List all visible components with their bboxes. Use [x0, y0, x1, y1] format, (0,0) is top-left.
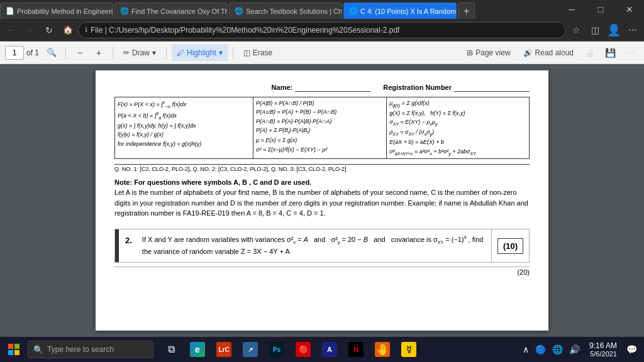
tab-1[interactable]: 📄 Probability Method in Engineeri... ✕	[0, 3, 113, 19]
pdf-header: Name: Registration Number	[114, 83, 530, 92]
blue-icon: A	[322, 342, 337, 357]
clock[interactable]: 9:16 AM 5/6/2021	[586, 340, 621, 359]
profile-btn[interactable]: 👤	[605, 21, 623, 39]
task-view-icon: ⧉	[168, 344, 175, 355]
refresh-btn[interactable]: ↻	[40, 21, 58, 39]
formula-col-0: F(x) = P(X < x) = ∫x−∞ f(x)dx P(a < X < …	[118, 99, 250, 148]
ps-app[interactable]: Ps	[264, 337, 289, 362]
search-pdf-btn[interactable]: 🔍	[43, 44, 60, 62]
lrc-icon: LrC	[216, 342, 231, 357]
reg-underline	[454, 83, 530, 92]
more-btn[interactable]: ⋯	[624, 21, 641, 39]
pdf-toolbar: of 1 🔍 − + ✏ Draw ▾ 🖊 Highlight ▾ ◫ Eras…	[0, 41, 644, 64]
lrc-app[interactable]: LrC	[211, 337, 236, 362]
new-tab-btn[interactable]: +	[458, 3, 475, 19]
edge-app[interactable]: e	[185, 337, 210, 362]
formula-cell-1: P(A|B) = P(A∩B) / P(B) P(A∪B) = P(A) + P…	[253, 97, 387, 159]
collections-btn[interactable]: ◫	[586, 21, 604, 39]
task-view-btn[interactable]: ⧉	[158, 337, 184, 362]
netflix-app[interactable]: N	[343, 337, 369, 362]
read-aloud-icon: 🔊	[523, 48, 533, 57]
tab-4[interactable]: 🌐 C 4: (10 Points) X Is A Random Va... ✕	[343, 3, 457, 19]
yellow-icon: ☿	[401, 342, 416, 357]
yellow-app[interactable]: ☿	[396, 337, 421, 362]
arrow-icon: ↗	[243, 342, 258, 357]
reg-label: Registration Number	[383, 84, 452, 91]
note-bold1: Note: For questions where symbols A, B ,…	[114, 178, 311, 186]
q2-marks: (10)	[491, 229, 529, 263]
address-bar[interactable]: ℹ File | C:/Users/hp/Desktop/Probability…	[78, 22, 566, 38]
notification-btn[interactable]: 💬	[625, 343, 639, 356]
orange-app[interactable]: 🤚	[370, 337, 395, 362]
q2-text: If X and Y are random variables with var…	[142, 236, 484, 255]
note-line2: Let A is the number of alphabets of your…	[114, 187, 530, 219]
name-field: Name:	[272, 83, 371, 92]
save-btn[interactable]: 💾	[601, 44, 619, 62]
address-text: File | C:/Users/hp/Desktop/Probability%2…	[91, 26, 559, 35]
highlight-chevron: ▾	[219, 48, 223, 57]
arrow-app[interactable]: ↗	[238, 337, 263, 362]
reg-field: Registration Number	[383, 83, 530, 92]
red-icon: 🔴	[296, 342, 311, 357]
page-total: of 1	[26, 48, 39, 57]
titlebar: 📄 Probability Method in Engineeri... ✕ 🌐…	[0, 0, 644, 19]
tab-1-favicon: 📄	[6, 7, 14, 15]
formula-row: F(x) = P(X < x) = ∫x−∞ f(x)dx P(a < X < …	[115, 97, 530, 159]
tab-4-label: C 4: (10 Points) X Is A Random Va...	[360, 8, 457, 15]
highlight-btn[interactable]: 🖊 Highlight ▾	[172, 45, 228, 61]
tab-2[interactable]: 🌐 Find The Covariance Oxy Of The... ✕	[114, 3, 228, 19]
more-tools-btn[interactable]: ⋯	[621, 44, 639, 62]
tab-3[interactable]: 🌐 Search Textbook Solutions | Che... ✕	[229, 3, 342, 19]
tray-network[interactable]: 🌐	[550, 343, 565, 356]
tab-3-label: Search Textbook Solutions | Che...	[246, 8, 342, 15]
pdf-page: Name: Registration Number F(x) = P(X < x…	[96, 70, 548, 331]
q-numbers-text: Q. NO. 1: [C2, CLO-2, PLO-2], Q. NO. 2: …	[114, 166, 347, 172]
clock-time: 9:16 AM	[589, 341, 617, 350]
formula-cell-0: F(x) = P(X < x) = ∫x−∞ f(x)dx P(a < X < …	[115, 97, 253, 159]
edge-icon: e	[190, 342, 205, 357]
read-aloud-btn[interactable]: 🔊 Read aloud	[518, 45, 579, 61]
tray-sound[interactable]: 🔊	[567, 343, 582, 356]
pdf-page-info: of 1	[5, 46, 39, 60]
draw-mode-btn[interactable]: ✏ Draw ▾	[118, 45, 161, 61]
separator-3	[166, 47, 167, 59]
home-btn[interactable]: 🏠	[59, 21, 77, 39]
browser-toolbar: ← → ↻ 🏠 ℹ File | C:/Users/hp/Desktop/Pro…	[0, 19, 644, 41]
marks-box-10: (10)	[497, 238, 523, 254]
page-view-btn[interactable]: ⊞ Page view	[462, 45, 515, 61]
formula-col-2: μg(x) = Σ g(x)f(x) g(X) = Σ f(x,y), h(Y)…	[389, 99, 526, 157]
blue-app[interactable]: A	[317, 337, 342, 362]
tray-chevron[interactable]: ∧	[521, 343, 531, 356]
back-btn[interactable]: ←	[3, 21, 20, 39]
zoom-out-btn[interactable]: −	[71, 44, 89, 62]
windows-icon	[8, 344, 19, 355]
formula-col-1: P(A|B) = P(A∩B) / P(B) P(A∪B) = P(A) + P…	[256, 99, 384, 154]
erase-btn[interactable]: ◫ Erase	[238, 45, 277, 61]
highlight-icon: 🖊	[177, 48, 184, 57]
start-btn[interactable]	[3, 338, 25, 361]
taskbar-search[interactable]: 🔍 Type here to search	[28, 341, 153, 358]
favorites-btn[interactable]: ☆	[567, 21, 585, 39]
zoom-controls: − +	[71, 44, 108, 62]
page-input[interactable]	[5, 46, 24, 60]
zoom-in-btn[interactable]: +	[90, 44, 108, 62]
q2-body: If X and Y are random variables with var…	[138, 229, 491, 263]
pdf-content: Name: Registration Number F(x) = P(X < x…	[0, 64, 644, 337]
minimize-btn[interactable]: ─	[557, 0, 586, 19]
clock-date: 5/6/2021	[589, 350, 617, 358]
name-label: Name:	[272, 84, 293, 91]
tab-2-label: Find The Covariance Oxy Of The...	[131, 8, 228, 15]
maximize-btn[interactable]: □	[586, 0, 615, 19]
close-btn[interactable]: ✕	[615, 0, 644, 19]
erase-label: Erase	[253, 48, 272, 57]
page-view-label: Page view	[475, 48, 510, 57]
note-line1: Note: For questions where symbols A, B ,…	[114, 177, 530, 188]
svg-rect-1	[14, 344, 19, 349]
forward-btn[interactable]: →	[21, 21, 39, 39]
tray-lang[interactable]: 🔵	[533, 343, 548, 356]
netflix-icon: N	[348, 342, 364, 357]
red-app[interactable]: 🔴	[291, 337, 316, 362]
print-btn[interactable]: 🖨	[581, 44, 599, 62]
ps-icon: Ps	[269, 342, 284, 357]
taskbar: 🔍 Type here to search ⧉ e LrC ↗ Ps 🔴 A N…	[0, 337, 644, 362]
